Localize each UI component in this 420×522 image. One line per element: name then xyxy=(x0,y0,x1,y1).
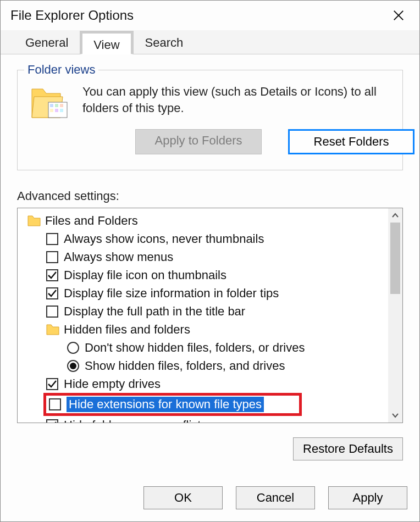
checkbox-icon[interactable] xyxy=(46,233,58,245)
folder-icon xyxy=(46,324,59,335)
folder-views-title: Folder views xyxy=(24,63,98,77)
opt-show-hidden[interactable]: Show hidden files, folders, and drives xyxy=(20,357,400,375)
svg-rect-3 xyxy=(50,104,53,107)
opt-label: Hide folder merge conflicts xyxy=(64,418,207,424)
close-button[interactable] xyxy=(388,4,410,26)
apply-to-folders-button: Apply to Folders xyxy=(135,129,262,154)
opt-hide-extensions[interactable]: Hide extensions for known file types xyxy=(43,393,302,416)
tab-view[interactable]: View xyxy=(80,31,133,54)
apply-button[interactable]: Apply xyxy=(328,486,407,509)
view-tab-panel: Folder views You xyxy=(1,54,419,471)
svg-rect-5 xyxy=(60,104,63,107)
dialog-button-row: OK Cancel Apply xyxy=(143,486,407,509)
tree-root-files-folders[interactable]: Files and Folders xyxy=(20,212,400,230)
restore-defaults-button[interactable]: Restore Defaults xyxy=(293,437,403,460)
window-title: File Explorer Options xyxy=(10,8,134,23)
opt-label: Show hidden files, folders, and drives xyxy=(85,359,285,373)
opt-full-path-titlebar[interactable]: Display the full path in the title bar xyxy=(20,302,400,320)
folder-views-icon xyxy=(30,84,70,122)
advanced-scrollbar[interactable] xyxy=(388,208,402,423)
advanced-settings-label: Advanced settings: xyxy=(17,189,403,203)
opt-label: Always show icons, never thumbnails xyxy=(64,232,264,246)
checkbox-icon[interactable] xyxy=(46,419,58,424)
checkbox-icon[interactable] xyxy=(46,306,58,318)
opt-label: Display the full path in the title bar xyxy=(64,304,245,319)
folder-icon xyxy=(27,215,41,226)
tab-general[interactable]: General xyxy=(14,31,80,54)
svg-rect-8 xyxy=(60,109,63,112)
file-explorer-options-window: File Explorer Options General View Searc… xyxy=(0,0,420,522)
opt-label: Display file size information in folder … xyxy=(64,286,279,301)
svg-rect-4 xyxy=(55,104,58,107)
scroll-up-button[interactable] xyxy=(388,208,402,223)
opt-dont-show-hidden[interactable]: Don't show hidden files, folders, or dri… xyxy=(20,338,400,357)
tab-search[interactable]: Search xyxy=(134,31,195,54)
checkbox-icon[interactable] xyxy=(46,287,58,299)
reset-folders-button[interactable]: Reset Folders xyxy=(288,129,415,154)
opt-display-file-icon-thumb[interactable]: Display file icon on thumbnails xyxy=(20,266,400,284)
opt-label: Hide extensions for known file types xyxy=(67,397,264,412)
opt-label: Always show menus xyxy=(64,250,173,264)
svg-rect-7 xyxy=(55,109,58,112)
opt-label: Display file icon on thumbnails xyxy=(64,268,226,282)
checkbox-icon[interactable] xyxy=(46,251,58,263)
opt-hide-folder-merge-conflicts[interactable]: Hide folder merge conflicts xyxy=(20,416,400,423)
opt-label: Don't show hidden files, folders, or dri… xyxy=(85,341,305,355)
opt-always-show-menus[interactable]: Always show menus xyxy=(20,248,400,266)
tabstrip: General View Search xyxy=(1,30,419,54)
opt-hide-empty-drives[interactable]: Hide empty drives xyxy=(20,375,400,393)
checkbox-icon[interactable] xyxy=(46,378,58,390)
opt-label: Hidden files and folders xyxy=(64,323,190,337)
opt-label: Hide empty drives xyxy=(64,377,161,391)
tree-root-label: Files and Folders xyxy=(45,214,138,228)
radio-icon[interactable] xyxy=(67,342,79,354)
titlebar: File Explorer Options xyxy=(1,1,419,30)
checkbox-icon[interactable] xyxy=(49,398,61,410)
radio-icon[interactable] xyxy=(67,360,79,372)
opt-hidden-files-folder-node[interactable]: Hidden files and folders xyxy=(20,320,400,338)
svg-rect-6 xyxy=(50,109,53,112)
close-icon xyxy=(393,9,405,21)
ok-button[interactable]: OK xyxy=(143,486,223,509)
opt-always-show-icons[interactable]: Always show icons, never thumbnails xyxy=(20,230,400,248)
chevron-up-icon xyxy=(392,212,399,219)
cancel-button[interactable]: Cancel xyxy=(236,486,315,509)
advanced-settings-listbox[interactable]: Files and Folders Always show icons, nev… xyxy=(17,208,403,423)
opt-display-file-size-tips[interactable]: Display file size information in folder … xyxy=(20,284,400,302)
checkbox-icon[interactable] xyxy=(46,269,58,281)
scroll-down-button[interactable] xyxy=(388,408,402,423)
chevron-down-icon xyxy=(392,412,399,419)
scroll-thumb[interactable] xyxy=(390,223,400,294)
folder-views-description: You can apply this view (such as Details… xyxy=(82,84,415,116)
folder-views-group: Folder views You xyxy=(17,70,403,170)
